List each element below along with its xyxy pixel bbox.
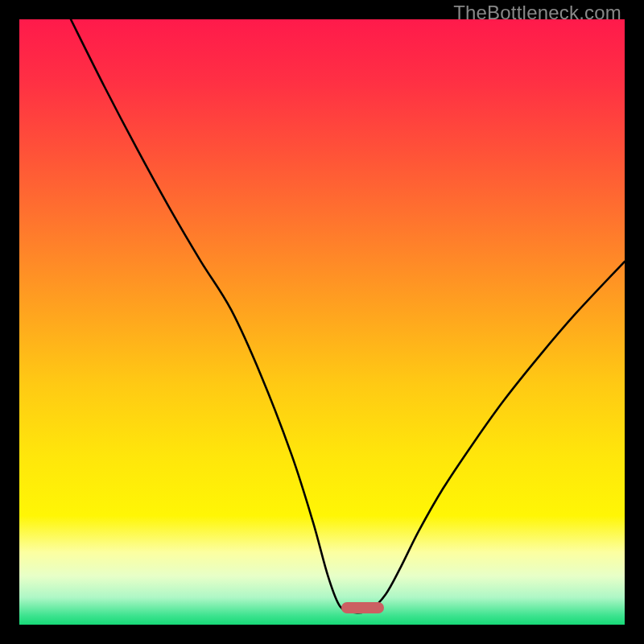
- bottleneck-curve: [19, 19, 625, 625]
- chart-frame: TheBottleneck.com: [0, 0, 644, 644]
- watermark-text: TheBottleneck.com: [453, 2, 621, 24]
- plot-area: [19, 19, 625, 625]
- optimal-marker: [341, 602, 384, 613]
